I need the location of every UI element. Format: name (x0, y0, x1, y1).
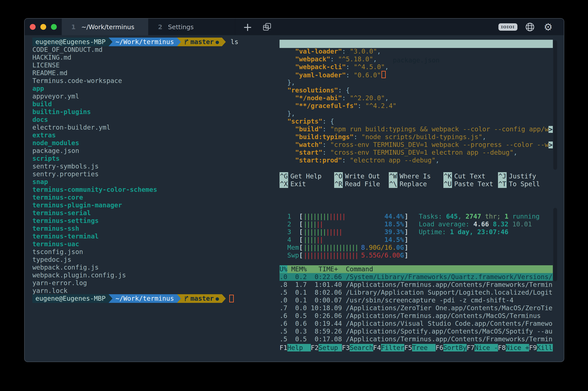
dir-entry: extras (32, 131, 276, 139)
new-tab-button[interactable]: + (238, 19, 257, 35)
fkey-item: F5Tree (404, 344, 436, 351)
nano-line: "*/node-abi": "^2.20.0", (280, 94, 553, 102)
nano-shortcut: ^WWhere Is (389, 173, 443, 180)
nano-line: "start": "cross-env TERMINUS_DEV=1 elect… (280, 149, 553, 156)
scrollbar-htop-pane[interactable] (553, 208, 557, 281)
process-row[interactable]: .7 0.0 10:18.09 /Applications/ZeroTier O… (280, 304, 553, 312)
prompt-user: eugene@Eugenes-MBP (32, 294, 109, 303)
serial-ports-button[interactable]: IOIOI (498, 23, 517, 31)
window-controls (25, 19, 62, 35)
process-row[interactable]: .5 0.5 0:17.08 /Applications/Terminus.ap… (280, 335, 553, 343)
process-row[interactable]: .5 0.3 8:59.26 /Applications/Spotify.app… (280, 327, 553, 335)
serial-icon: IOIOI (501, 25, 514, 29)
git-branch-icon (184, 39, 189, 45)
scrollbar-nano-pane[interactable] (553, 40, 557, 170)
nano-line: "scripts": { (280, 117, 553, 125)
dir-entry: terminus-uac (32, 240, 276, 248)
htop-meter: 1 [|||||||||||||44.4%] (280, 212, 408, 220)
dir-entry: terminus-community-color-schemes (32, 186, 276, 194)
tab-settings[interactable]: 2 Settings (148, 19, 235, 35)
fkey-item: F2Setup (311, 344, 342, 351)
duplicate-tab-button[interactable] (257, 19, 277, 35)
nano-shortcut: ^GGet Help (280, 173, 334, 180)
process-row[interactable]: .0 0.1 0:00.07 /usr/sbin/screencapture -… (280, 296, 553, 304)
nano-shortcut: ^OWrite Out (334, 173, 389, 180)
dir-entry: terminus-core (32, 194, 276, 201)
nano-shortcut: ^RRead File (334, 180, 389, 188)
htop-meter: Swp[|||||||||||||||||5.55G/6.00G] (280, 251, 408, 259)
file-entry: README.md (32, 69, 276, 77)
settings-button[interactable]: ⚙ (544, 21, 553, 33)
tab-index: 1 (71, 23, 75, 31)
maximize-window-button[interactable] (51, 24, 57, 30)
nano-line: "**/graceful-fs": "^4.2.4" (280, 102, 553, 110)
process-row[interactable]: .5 0.1 8:02.06 /Library/Application Supp… (280, 289, 553, 296)
fkey-item: F7Nice - (467, 344, 498, 351)
fkey-item: F1Help (280, 344, 311, 351)
file-entry: webpack.config.js (32, 264, 276, 271)
terminal-pane-htop[interactable]: 1 [|||||||||||||44.4%] 2 [||||||18.5%] 3… (280, 212, 558, 354)
nano-continuation-marker: > (548, 126, 553, 133)
fkey-item: F3Search (342, 344, 373, 351)
typed-command: ls (230, 38, 238, 46)
powerline-arrow (109, 294, 112, 303)
terminal-pane-nano[interactable]: GNU nano 4.5 package.json "val-loader": … (280, 38, 558, 189)
dir-entry: docs (32, 116, 276, 124)
terminus-window: 1 ~/Work/terminus 2 Settings + (24, 18, 564, 362)
prompt-path: ~/Work/terminus (112, 294, 177, 303)
file-entry: electron-builder.yml (32, 124, 276, 131)
minimize-window-button[interactable] (40, 24, 46, 30)
nano-lines: "val-loader": "3.0.0", "webpack": "^5.18… (280, 48, 553, 164)
process-row[interactable]: .0 0.2 0:22.66 /System/Library/Framework… (280, 273, 553, 281)
powerline-arrow (222, 294, 226, 303)
prompt-git: master● (181, 38, 222, 46)
process-table-header[interactable]: U% MEM% TIME+ Command (280, 265, 553, 273)
process-row[interactable]: .8 1.7 1:01.40 /Applications/Terminus.ap… (280, 281, 553, 289)
terminal-pane-left[interactable]: eugene@Eugenes-MBP ~/Work/terminus maste… (32, 38, 276, 302)
dir-entry: builtin-plugins (32, 108, 276, 116)
git-branch-name: master (190, 294, 214, 303)
file-entry: yarn.lock (32, 287, 276, 295)
close-window-button[interactable] (30, 24, 36, 30)
htop-info: Tasks: 645, 2747 thr; 1 runningLoad aver… (419, 212, 540, 236)
gear-icon: ⚙ (544, 21, 553, 33)
htop-meter: 3 [||||||||||||39.3%] (280, 228, 408, 236)
process-row[interactable]: .6 0.5 0:26.06 /Applications/Terminus.ap… (280, 312, 553, 320)
nano-titlebar: GNU nano 4.5 package.json (280, 40, 553, 48)
dir-entry: terminus-ssh (32, 225, 276, 232)
dir-entry: terminus-plugin-manager (32, 201, 276, 209)
file-entry: package.json (32, 147, 276, 155)
nano-line: "build:typings": "node scripts/build-typ… (280, 133, 553, 141)
tab-work-terminus[interactable]: 1 ~/Work/terminus (62, 19, 148, 35)
fkey-item: F4Filter (373, 344, 405, 351)
tab-title: ~/Work/terminus (81, 23, 134, 31)
file-entry: LICENSE (32, 61, 276, 69)
nano-shortcut: ^KCut Text (443, 173, 498, 180)
file-entry: yarn-error.log (32, 279, 276, 287)
nano-line: "webpack-cli": "^4.5.0", (280, 63, 553, 71)
terminal-cursor (229, 295, 234, 302)
tab-index: 2 (158, 23, 162, 31)
htop-meter: 2 [||||||18.5%] (280, 220, 408, 228)
htop-info-line: Tasks: 645, 2747 thr; 1 running (419, 212, 540, 220)
nano-line: "watch": "cross-env TERMINUS_DEV=1 webpa… (280, 141, 553, 149)
nano-continuation-marker: > (548, 141, 553, 148)
dir-entry: app (32, 85, 276, 93)
nano-shortcut: ^UPaste Text (443, 180, 498, 188)
nano-line: "yaml-loader": "0.6.0" (280, 71, 553, 79)
file-entry: Terminus.code-workspace (32, 77, 276, 85)
file-entry: HACKING.md (32, 54, 276, 61)
dir-entry: build (32, 100, 276, 108)
file-entry: sentry-symbols.js (32, 162, 276, 170)
htop-info-line: Uptime: 1 day, 23:07:46 (419, 228, 540, 236)
nano-line: "val-loader": "3.0.0", (280, 48, 553, 55)
nano-line: }, (280, 110, 553, 117)
file-entry: tsconfig.json (32, 248, 276, 256)
duplicate-icon (263, 22, 272, 31)
nano-line: }, (280, 79, 553, 87)
nano-shortcut: ^JJustify (498, 173, 553, 180)
dir-entry: snap (32, 178, 276, 186)
nano-line: "build": "npm run build:typings && webpa… (280, 125, 553, 133)
process-row[interactable]: .6 0.6 0:19.44 /Applications/Visual Stud… (280, 320, 553, 327)
ssh-connections-button[interactable] (525, 22, 535, 32)
